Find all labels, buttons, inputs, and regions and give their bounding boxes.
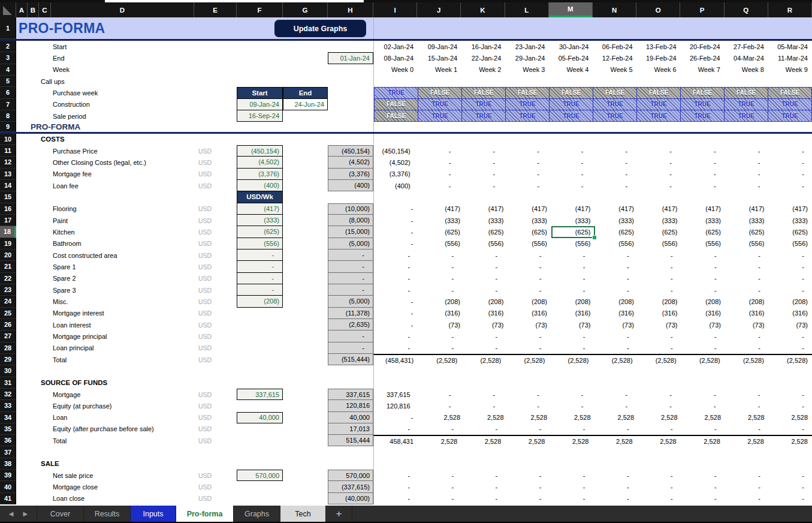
cell-F39[interactable]: 570,000 xyxy=(237,470,283,481)
cell-J25[interactable]: (316) xyxy=(421,308,465,319)
cell-F7[interactable]: 09-Jan-24 xyxy=(237,98,283,110)
cell-M21[interactable]: - xyxy=(549,261,593,272)
cell-I6[interactable]: TRUE xyxy=(374,87,418,98)
cell-M32[interactable]: - xyxy=(547,389,591,400)
row-header-22[interactable]: 22 xyxy=(0,273,16,284)
cell-H36[interactable]: 515,444 xyxy=(328,434,373,446)
cell-P16[interactable]: (417) xyxy=(682,203,726,215)
cell-R41[interactable]: - xyxy=(768,493,812,504)
cell-K18[interactable]: (625) xyxy=(464,226,508,238)
cell-J13[interactable]: - xyxy=(415,169,459,180)
cell-K21[interactable]: - xyxy=(461,261,505,272)
row-header-12[interactable]: 12 xyxy=(0,157,16,168)
tab-cover[interactable]: Cover xyxy=(37,506,84,522)
cell-O17[interactable]: (333) xyxy=(638,215,682,226)
cell-R22[interactable]: - xyxy=(768,273,812,284)
cell-R6[interactable]: FALSE xyxy=(768,87,812,98)
cell-O35[interactable]: - xyxy=(637,423,681,435)
cell-L33[interactable]: - xyxy=(503,400,547,411)
cell-M26[interactable]: (73) xyxy=(551,319,595,330)
cell-N23[interactable]: - xyxy=(593,284,636,296)
cell-J34[interactable]: 2,528 xyxy=(421,412,465,423)
cell-O18[interactable]: (625) xyxy=(638,226,682,238)
cell-L13[interactable]: - xyxy=(503,169,547,180)
row-header-21[interactable]: 21 xyxy=(0,261,16,272)
column-header-E[interactable]: E xyxy=(194,2,237,17)
column-header-F[interactable]: F xyxy=(237,2,283,17)
cell-I25[interactable]: - xyxy=(374,308,421,319)
cell-J39[interactable]: - xyxy=(418,470,461,481)
cell-Q41[interactable]: - xyxy=(725,493,768,504)
cell-I19[interactable]: - xyxy=(374,238,421,250)
cell-N40[interactable]: - xyxy=(593,481,636,492)
cell-M20[interactable]: - xyxy=(549,250,593,261)
cell-R17[interactable]: (333) xyxy=(769,215,812,226)
cell-N32[interactable]: - xyxy=(591,389,636,400)
cell-O3[interactable]: 19-Feb-24 xyxy=(637,52,681,64)
cell-R18[interactable]: (625) xyxy=(769,226,812,238)
update-graphs-button[interactable]: Update Graphs xyxy=(274,20,366,37)
cell-Q6[interactable]: FALSE xyxy=(724,87,768,98)
row-header-5[interactable]: 5 xyxy=(0,76,16,87)
cell-O39[interactable]: - xyxy=(637,470,681,481)
cell-N25[interactable]: (316) xyxy=(595,308,639,319)
cell-H32[interactable]: 337,615 xyxy=(328,389,373,400)
row-header-3[interactable]: 3 xyxy=(0,52,16,64)
row-header-24[interactable]: 24 xyxy=(0,296,16,307)
row-header-1[interactable]: 1 xyxy=(0,17,16,39)
cell-R11[interactable]: - xyxy=(768,145,812,157)
cell-I40[interactable]: - xyxy=(374,481,418,492)
cell-L16[interactable]: (417) xyxy=(508,203,552,215)
cell-Q26[interactable]: (73) xyxy=(725,319,769,330)
row-header-16[interactable]: 16 xyxy=(0,203,16,215)
cell-H35[interactable]: 17,013 xyxy=(328,423,373,435)
cell-L41[interactable]: - xyxy=(505,493,549,504)
cell-J36[interactable]: 2,528 xyxy=(418,436,461,446)
cell-F19[interactable]: (556) xyxy=(237,238,283,250)
cell-Q22[interactable]: - xyxy=(725,273,768,284)
row-header-15[interactable]: 15 xyxy=(0,191,16,203)
cell-I34[interactable]: - xyxy=(374,412,421,423)
cell-M28[interactable]: - xyxy=(549,342,593,354)
cell-F22[interactable]: - xyxy=(237,272,283,284)
cell-Q16[interactable]: (417) xyxy=(725,203,769,215)
cell-J33[interactable]: - xyxy=(415,400,459,411)
cell-F11[interactable]: (450,154) xyxy=(237,145,283,157)
cell-H19[interactable]: (5,000) xyxy=(328,238,373,250)
cell-Q3[interactable]: 04-Mar-24 xyxy=(725,52,768,64)
tab-pro-forma[interactable]: Pro-forma xyxy=(176,506,234,522)
cell-R13[interactable]: - xyxy=(768,169,812,180)
cell-H13[interactable]: (3,376) xyxy=(328,168,373,180)
cell-K35[interactable]: - xyxy=(461,423,505,435)
cell-H29[interactable]: (515,444) xyxy=(328,353,373,365)
cell-L26[interactable]: (73) xyxy=(508,319,552,330)
tab-tech[interactable]: Tech xyxy=(280,506,326,522)
cell-H18[interactable]: (15,000) xyxy=(328,226,373,238)
cell-F13[interactable]: (3,376) xyxy=(237,168,283,180)
cell-O36[interactable]: 2,528 xyxy=(637,436,681,446)
cell-I13[interactable]: (3,376) xyxy=(374,169,415,180)
cell-I41[interactable]: - xyxy=(374,493,418,504)
cell-M12[interactable]: - xyxy=(547,157,591,168)
cell-R23[interactable]: - xyxy=(768,284,812,296)
cell-O24[interactable]: (208) xyxy=(638,296,682,307)
cell-I16[interactable]: - xyxy=(374,203,421,215)
cell-K7[interactable]: TRUE xyxy=(461,98,506,110)
cell-Q17[interactable]: (333) xyxy=(725,215,769,226)
cell-N33[interactable]: - xyxy=(591,400,636,411)
cell-H16[interactable]: (10,000) xyxy=(328,203,373,215)
cell-R21[interactable]: - xyxy=(768,261,812,272)
cell-P8[interactable]: TRUE xyxy=(680,110,725,122)
cell-P4[interactable]: Week 7 xyxy=(681,64,725,76)
cell-Q18[interactable]: (625) xyxy=(725,226,769,238)
column-header-Q[interactable]: Q xyxy=(725,2,768,17)
cell-N34[interactable]: 2,528 xyxy=(595,412,639,423)
cell-M24[interactable]: (208) xyxy=(551,296,595,307)
row-header-23[interactable]: 23 xyxy=(0,284,16,296)
cell-J19[interactable]: (556) xyxy=(421,238,465,250)
select-all-corner[interactable] xyxy=(0,2,16,17)
cell-L14[interactable]: - xyxy=(503,180,547,191)
cell-J24[interactable]: (208) xyxy=(421,296,465,307)
cell-I11[interactable]: (450,154) xyxy=(374,145,415,157)
cell-R32[interactable]: - xyxy=(768,389,812,400)
